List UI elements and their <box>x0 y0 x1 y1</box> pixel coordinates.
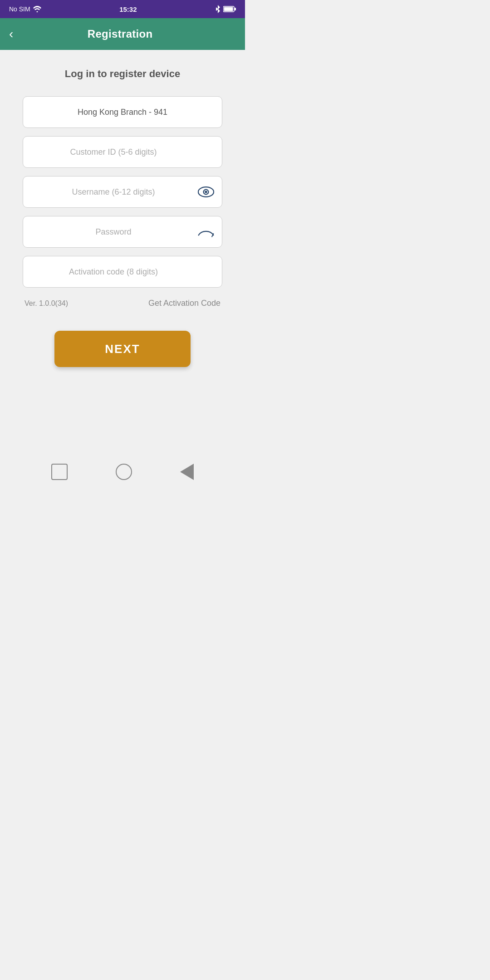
app-bar-title: Registration <box>18 28 236 40</box>
bottom-nav <box>0 454 245 490</box>
status-time: 15:32 <box>119 5 137 13</box>
status-right <box>215 5 236 13</box>
activation-code-input[interactable] <box>23 256 222 288</box>
password-group <box>23 216 222 248</box>
branch-field: Hong Kong Branch - 941 <box>23 96 222 128</box>
customer-id-input[interactable] <box>23 136 222 168</box>
nav-back-button[interactable] <box>180 464 194 480</box>
activation-code-group <box>23 256 222 288</box>
wifi-icon <box>33 6 41 12</box>
customer-id-group <box>23 136 222 168</box>
password-input[interactable] <box>23 216 222 248</box>
page-heading: Log in to register device <box>65 68 180 80</box>
back-button[interactable]: ‹ <box>9 28 18 40</box>
footer-row: Ver. 1.0.0(34) Get Activation Code <box>23 299 222 308</box>
branch-value: Hong Kong Branch - 941 <box>78 108 167 117</box>
battery-icon <box>223 6 236 12</box>
next-button[interactable]: NEXT <box>54 331 191 367</box>
version-text: Ver. 1.0.0(34) <box>24 299 68 308</box>
get-activation-code-link[interactable]: Get Activation Code <box>148 299 220 308</box>
nav-square-button[interactable] <box>51 464 68 480</box>
svg-rect-2 <box>235 8 236 10</box>
username-group <box>23 176 222 208</box>
carrier-text: No SIM <box>9 5 30 13</box>
app-bar: ‹ Registration <box>0 18 245 50</box>
status-left: No SIM <box>9 5 41 13</box>
show-username-icon[interactable] <box>198 186 214 197</box>
main-content: Log in to register device Hong Kong Bran… <box>0 50 245 454</box>
next-button-container: NEXT <box>23 331 222 367</box>
svg-point-5 <box>205 191 207 193</box>
status-bar: No SIM 15:32 <box>0 0 245 18</box>
svg-rect-1 <box>224 7 233 11</box>
username-input[interactable] <box>23 176 222 208</box>
show-password-icon[interactable] <box>198 226 214 237</box>
bluetooth-icon <box>215 5 220 13</box>
nav-circle-button[interactable] <box>116 464 132 480</box>
